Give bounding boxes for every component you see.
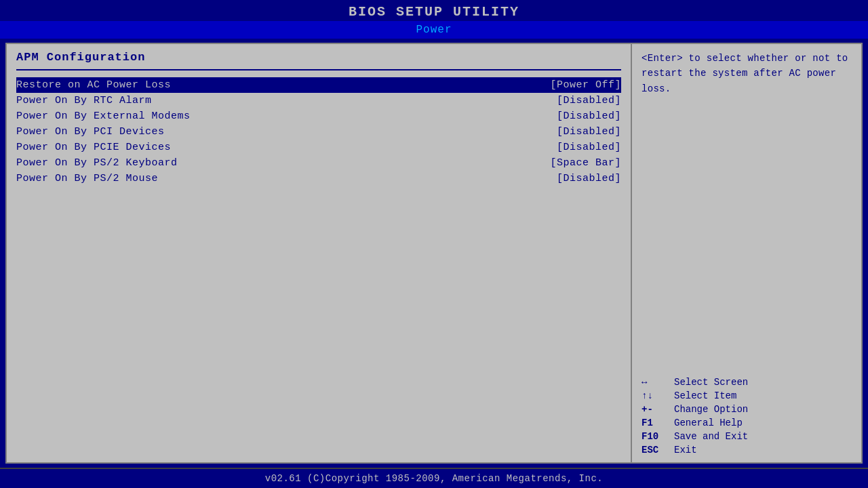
key-desc: Select Item [674, 390, 736, 401]
menu-item-value: [Space Bar] [550, 157, 621, 169]
key-desc: Exit [674, 445, 697, 455]
menu-item-value: [Disabled] [557, 126, 621, 138]
menu-item-value: [Disabled] [557, 142, 621, 153]
key-row: +-Change Option [642, 404, 852, 415]
menu-item-value: [Disabled] [557, 173, 621, 184]
menu-item-label: Power On By PS/2 Keyboard [16, 157, 178, 169]
footer-text: v02.61 (C)Copyright 1985-2009, American … [265, 473, 603, 484]
left-divider [16, 69, 621, 70]
menu-item[interactable]: Power On By PS/2 Keyboard[Space Bar] [16, 155, 621, 171]
key-row: ESCExit [642, 445, 852, 455]
section-title: APM Configuration [16, 51, 621, 64]
right-panel: <Enter> to select whether or not to rest… [632, 43, 863, 464]
menu-item-label: Power On By PCIE Devices [16, 142, 171, 153]
key-row: ↔Select Screen [642, 377, 852, 388]
menu-item-label: Restore on AC Power Loss [16, 79, 171, 91]
menu-item[interactable]: Power On By PS/2 Mouse[Disabled] [16, 171, 621, 186]
key-row: F1General Help [642, 418, 852, 428]
key-row: ↑↓Select Item [642, 390, 852, 401]
key-desc: Save and Exit [674, 431, 748, 442]
menu-item-label: Power On By PCI Devices [16, 126, 165, 138]
menu-item-value: [Power Off] [550, 79, 621, 91]
menu-item-label: Power On By RTC Alarm [16, 95, 152, 106]
menu-item-label: Power On By PS/2 Mouse [16, 173, 158, 184]
menu-item-value: [Disabled] [557, 110, 621, 122]
left-panel: APM Configuration Restore on AC Power Lo… [5, 43, 632, 464]
help-text: <Enter> to select whether or not to rest… [642, 51, 852, 96]
top-bar: BIOS SETUP UTILITY [0, 0, 868, 21]
menu-item-value: [Disabled] [557, 95, 621, 106]
key-desc: Change Option [674, 404, 748, 415]
menu-item[interactable]: Power On By PCIE Devices[Disabled] [16, 140, 621, 155]
key-desc: General Help [674, 418, 743, 428]
key-sym: ESC [642, 445, 669, 455]
bottom-bar: v02.61 (C)Copyright 1985-2009, American … [0, 468, 868, 488]
menu-item[interactable]: Power On By External Modems[Disabled] [16, 108, 621, 124]
key-help: ↔Select Screen↑↓Select Item+-Change Opti… [642, 377, 852, 455]
key-sym: ↔ [642, 377, 669, 388]
bios-screen: BIOS SETUP UTILITY Power APM Configurati… [0, 0, 868, 488]
subtitle-bar: Power [0, 21, 868, 39]
main-content: APM Configuration Restore on AC Power Lo… [5, 43, 863, 464]
key-sym: +- [642, 404, 669, 415]
key-sym: F1 [642, 418, 669, 428]
key-desc: Select Screen [674, 377, 748, 388]
menu-item[interactable]: Power On By PCI Devices[Disabled] [16, 124, 621, 140]
bios-title: BIOS SETUP UTILITY [349, 4, 519, 20]
menu-item-label: Power On By External Modems [16, 110, 191, 122]
menu-item[interactable]: Restore on AC Power Loss[Power Off] [16, 77, 621, 93]
key-sym: F10 [642, 431, 669, 442]
menu-list: Restore on AC Power Loss[Power Off]Power… [16, 77, 621, 186]
key-row: F10Save and Exit [642, 431, 852, 442]
key-sym: ↑↓ [642, 390, 669, 401]
page-subtitle: Power [416, 24, 452, 36]
menu-item[interactable]: Power On By RTC Alarm[Disabled] [16, 93, 621, 108]
